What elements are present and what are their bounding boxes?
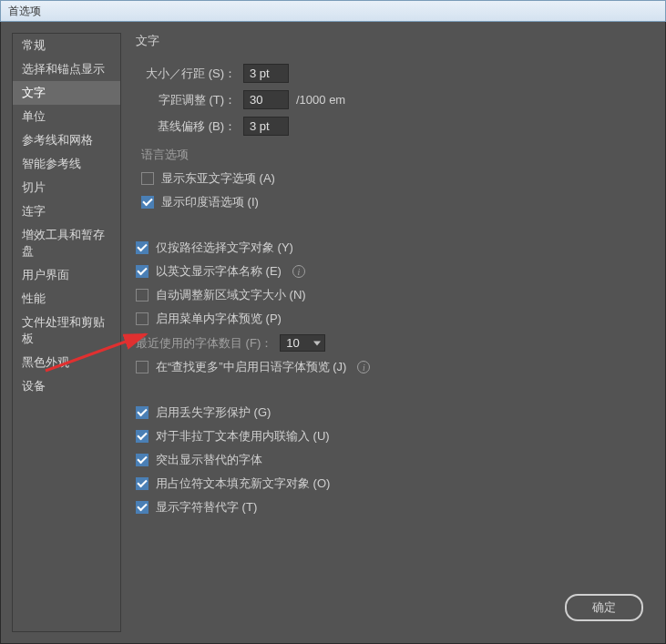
window-title: 首选项 (8, 4, 41, 19)
indic-row: 显示印度语选项 (I) (141, 194, 640, 210)
baseline-label: 基线偏移 (B)： (136, 118, 236, 135)
missing-glyph-checkbox[interactable] (136, 406, 149, 419)
menu-preview-label[interactable]: 启用菜单内字体预览 (P) (156, 311, 282, 327)
preferences-window: 首选项 常规 选择和锚点显示 文字 单位 参考线和网格 智能参考线 切片 连字 … (0, 0, 666, 644)
baseline-input[interactable] (243, 117, 289, 136)
tracking-unit: /1000 em (296, 93, 345, 107)
highlight-sub-row: 突出显示替代的字体 (136, 452, 640, 468)
show-alt-checkbox[interactable] (136, 501, 149, 514)
inline-input-checkbox[interactable] (136, 430, 149, 443)
sidebar-item-guides[interactable]: 参考线和网格 (13, 128, 120, 152)
path-only-checkbox[interactable] (136, 241, 149, 254)
sidebar-item-performance[interactable]: 性能 (13, 287, 120, 311)
inline-input-label[interactable]: 对于非拉丁文本使用内联输入 (U) (156, 428, 330, 445)
info-icon[interactable]: i (292, 265, 305, 278)
inline-input-row: 对于非拉丁文本使用内联输入 (U) (136, 428, 640, 445)
missing-glyph-label[interactable]: 启用丢失字形保护 (G) (156, 404, 271, 421)
english-font-row: 以英文显示字体名称 (E) i (136, 263, 640, 280)
titlebar: 首选项 (0, 0, 666, 22)
content-panel: 文字 大小／行距 (S)： 字距调整 (T)： /1000 em 基线偏移 (B… (121, 33, 654, 632)
size-leading-label: 大小／行距 (S)： (136, 66, 236, 82)
sidebar-item-plugins[interactable]: 增效工具和暂存盘 (13, 223, 120, 263)
placeholder-fill-label[interactable]: 用占位符文本填充新文字对象 (O) (156, 475, 330, 492)
path-only-row: 仅按路径选择文字对象 (Y) (136, 240, 640, 256)
english-font-checkbox[interactable] (136, 265, 149, 278)
sidebar-item-devices[interactable]: 设备 (13, 374, 120, 398)
sidebar-item-general[interactable]: 常规 (13, 34, 120, 57)
tracking-label: 字距调整 (T)： (136, 92, 236, 108)
sidebar-item-slices[interactable]: 切片 (13, 176, 120, 199)
indic-checkbox[interactable] (141, 196, 154, 209)
recent-fonts-row: 最近使用的字体数目 (F)： 10 (136, 334, 640, 352)
auto-size-checkbox[interactable] (136, 289, 149, 302)
baseline-row: 基线偏移 (B)： (136, 117, 640, 136)
show-alt-row: 显示字符替代字 (T) (136, 499, 640, 516)
sidebar-item-ui[interactable]: 用户界面 (13, 263, 120, 287)
east-asian-label[interactable]: 显示东亚文字选项 (A) (161, 170, 275, 187)
missing-glyph-row: 启用丢失字形保护 (G) (136, 404, 640, 421)
sidebar-item-selection[interactable]: 选择和锚点显示 (13, 57, 120, 81)
size-leading-row: 大小／行距 (S)： (136, 64, 640, 83)
indic-label[interactable]: 显示印度语选项 (I) (161, 194, 259, 210)
sidebar-item-type[interactable]: 文字 (13, 81, 120, 105)
auto-size-label[interactable]: 自动调整新区域文字大小 (N) (156, 287, 306, 303)
jp-preview-label[interactable]: 在“查找更多”中启用日语字体预览 (J) (156, 359, 346, 375)
size-leading-input[interactable] (243, 64, 289, 83)
auto-size-row: 自动调整新区域文字大小 (N) (136, 287, 640, 303)
recent-fonts-label: 最近使用的字体数目 (F)： (136, 335, 272, 352)
dialog-body: 常规 选择和锚点显示 文字 单位 参考线和网格 智能参考线 切片 连字 增效工具… (0, 22, 666, 644)
ok-button[interactable]: 确定 (565, 594, 643, 621)
jp-preview-checkbox[interactable] (136, 361, 149, 373)
menu-preview-checkbox[interactable] (136, 312, 149, 325)
english-font-label[interactable]: 以英文显示字体名称 (E) (156, 263, 282, 280)
sidebar-item-units[interactable]: 单位 (13, 105, 120, 128)
tracking-row: 字距调整 (T)： /1000 em (136, 90, 640, 109)
path-only-label[interactable]: 仅按路径选择文字对象 (Y) (156, 240, 293, 256)
recent-fonts-select-wrap: 10 (280, 334, 325, 352)
highlight-sub-checkbox[interactable] (136, 454, 149, 466)
east-asian-row: 显示东亚文字选项 (A) (141, 170, 640, 187)
sidebar-item-smart-guides[interactable]: 智能参考线 (13, 152, 120, 176)
sidebar-item-black-appearance[interactable]: 黑色外观 (13, 351, 120, 374)
sidebar-item-file-clipboard[interactable]: 文件处理和剪贴板 (13, 311, 120, 351)
placeholder-fill-row: 用占位符文本填充新文字对象 (O) (136, 475, 640, 492)
east-asian-checkbox[interactable] (141, 172, 154, 185)
placeholder-fill-checkbox[interactable] (136, 477, 149, 490)
info-icon[interactable]: i (357, 361, 370, 373)
tracking-input[interactable] (243, 90, 289, 109)
language-group-label: 语言选项 (141, 147, 640, 163)
menu-preview-row: 启用菜单内字体预览 (P) (136, 311, 640, 327)
show-alt-label[interactable]: 显示字符替代字 (T) (156, 499, 257, 516)
recent-fonts-select[interactable]: 10 (280, 334, 325, 352)
jp-preview-row: 在“查找更多”中启用日语字体预览 (J) i (136, 359, 640, 375)
highlight-sub-label[interactable]: 突出显示替代的字体 (156, 452, 262, 468)
section-title: 文字 (136, 33, 640, 49)
sidebar: 常规 选择和锚点显示 文字 单位 参考线和网格 智能参考线 切片 连字 增效工具… (12, 33, 121, 632)
sidebar-item-hyphenation[interactable]: 连字 (13, 199, 120, 223)
